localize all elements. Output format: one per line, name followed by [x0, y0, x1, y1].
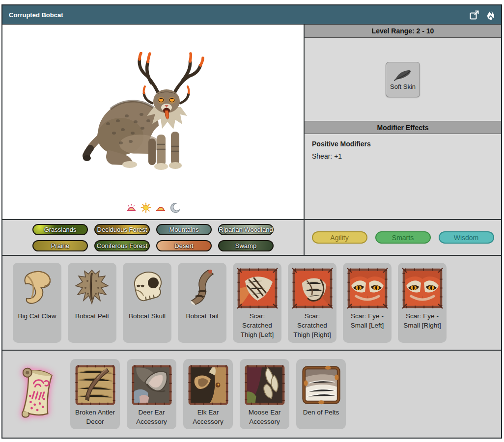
titlebar: Corrupted Bobcat — [2, 5, 501, 25]
modifier-effects-body: Positive Modifiers Shear: +1 — [305, 134, 501, 219]
corrupted-bobcat-image — [74, 52, 207, 173]
drop-label: Bobcat Skull — [127, 310, 167, 321]
stat-button-wisdom[interactable]: Wisdom — [439, 231, 494, 244]
bobcat-skull-icon — [126, 266, 168, 309]
moose-ear-accessory-icon — [243, 362, 287, 408]
biome-badge-riparian-woodland[interactable]: Riparian Woodland — [218, 224, 274, 235]
drop-card-scar-eye-small-left[interactable]: Scar: Eye - Small [Left] — [343, 263, 392, 343]
biome-panel: Grasslands Deciduous Forest Mountains Ri… — [2, 220, 304, 255]
craft-card-deer-ear-accessory[interactable]: Deer Ear Accessory — [127, 359, 176, 429]
craft-card-den-of-pelts[interactable]: Den of Pelts — [296, 359, 346, 429]
biome-badge-prairie[interactable]: Prairie — [32, 240, 88, 251]
craft-label: Den of Pelts — [302, 407, 341, 417]
bobcat-pelt-icon — [71, 266, 113, 309]
scar-eye-small-right-icon — [400, 266, 445, 310]
stat-button-smarts[interactable]: Smarts — [375, 231, 431, 244]
biome-badge-grasslands[interactable]: Grasslands — [32, 224, 88, 235]
drop-label: Bobcat Tail — [185, 310, 220, 321]
positive-modifiers-title: Positive Modifiers — [312, 140, 494, 148]
sunset-icon — [155, 202, 166, 213]
biome-stat-row: Grasslands Deciduous Forest Mountains Ri… — [2, 220, 501, 256]
creature-image-panel — [2, 25, 304, 219]
scar-scratched-thigh-right-icon — [290, 266, 335, 310]
drop-card-bobcat-pelt[interactable]: Bobcat Pelt — [68, 263, 116, 343]
craft-card-broken-antler-decor[interactable]: Broken Antler Decor — [70, 359, 120, 429]
scar-eye-small-left-icon — [345, 266, 390, 310]
sun-icon — [140, 202, 151, 213]
scar-scratched-thigh-left-icon — [235, 266, 280, 310]
drop-card-bobcat-skull[interactable]: Bobcat Skull — [123, 263, 171, 343]
craft-label: Elk Ear Accessory — [183, 407, 233, 426]
main-row: Level Range: 2 - 10 Soft Skin Modifier E… — [2, 25, 501, 220]
feather-icon — [393, 69, 412, 82]
creature-encyclopedia-window: Corrupted Bobcat — [1, 4, 502, 439]
drop-card-big-cat-claw[interactable]: Big Cat Claw — [13, 263, 61, 343]
modifier-entry: Shear: +1 — [312, 152, 494, 160]
modifier-effects-header: Modifier Effects — [305, 121, 501, 134]
craft-label: Moose Ear Accessory — [240, 407, 289, 426]
bobcat-tail-icon — [181, 266, 224, 309]
big-cat-claw-icon — [16, 266, 58, 309]
drop-card-scar-eye-small-right[interactable]: Scar: Eye - Small [Right] — [398, 263, 447, 343]
skill-soft-skin-button[interactable]: Soft Skin — [386, 62, 420, 97]
craft-label: Broken Antler Decor — [70, 407, 120, 426]
den-of-pelts-icon — [299, 362, 343, 408]
stat-panel: Agility Smarts Wisdom — [304, 220, 501, 255]
skill-area: Soft Skin — [305, 38, 501, 121]
external-link-icon[interactable] — [469, 10, 479, 20]
craft-label: Deer Ear Accessory — [127, 407, 176, 426]
stat-button-agility[interactable]: Agility — [312, 231, 367, 244]
drop-card-scar-scratched-thigh-left[interactable]: Scar: Scratched Thigh [Left] — [233, 263, 281, 343]
level-range-header: Level Range: 2 - 10 — [305, 25, 501, 38]
biome-badge-desert[interactable]: Desert — [156, 240, 212, 251]
drops-section: Big Cat Claw Bobcat Pelt Bobcat Sku — [2, 256, 501, 351]
deer-ear-accessory-icon — [130, 362, 174, 408]
crafting-section: Broken Antler Decor Deer Ear Accessory — [2, 351, 501, 438]
elk-ear-accessory-icon — [186, 362, 230, 408]
flame-icon[interactable] — [487, 10, 495, 20]
info-panel: Level Range: 2 - 10 Soft Skin Modifier E… — [304, 25, 501, 219]
craft-card-elk-ear-accessory[interactable]: Elk Ear Accessory — [183, 359, 233, 429]
drop-label: Bobcat Pelt — [74, 310, 111, 321]
drop-label: Scar: Scratched Thigh [Right] — [288, 310, 336, 339]
sunrise-icon — [126, 202, 137, 213]
skill-label: Soft Skin — [390, 83, 416, 90]
biome-badge-coniferous-forest[interactable]: Coniferous Forest — [94, 240, 150, 251]
recipe-scroll-wrap[interactable] — [8, 365, 63, 423]
page-title: Corrupted Bobcat — [9, 11, 63, 19]
active-times-row — [2, 202, 304, 213]
biome-badge-swamp[interactable]: Swamp — [218, 240, 274, 251]
scroll-icon — [14, 365, 57, 423]
broken-antler-decor-icon — [73, 362, 117, 408]
drop-card-scar-scratched-thigh-right[interactable]: Scar: Scratched Thigh [Right] — [288, 263, 336, 343]
biome-badge-deciduous-forest[interactable]: Deciduous Forest — [94, 224, 150, 235]
biome-badge-mountains[interactable]: Mountains — [156, 224, 212, 235]
drop-label: Scar: Scratched Thigh [Left] — [233, 310, 281, 339]
drop-label: Scar: Eye - Small [Right] — [398, 310, 447, 330]
moon-icon — [170, 202, 181, 213]
drop-card-bobcat-tail[interactable]: Bobcat Tail — [178, 263, 226, 343]
drop-label: Scar: Eye - Small [Left] — [343, 310, 392, 330]
drop-label: Big Cat Claw — [16, 310, 57, 321]
craft-card-moose-ear-accessory[interactable]: Moose Ear Accessory — [240, 359, 289, 429]
